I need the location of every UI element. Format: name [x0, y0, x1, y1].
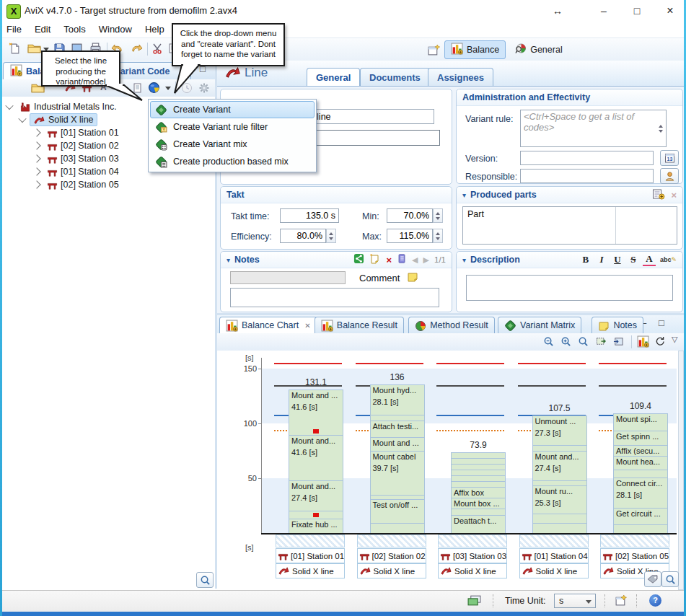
- menu-edit[interactable]: Edit: [28, 22, 57, 37]
- new-window-icon[interactable]: [615, 594, 627, 609]
- menu-tools[interactable]: Tools: [57, 22, 92, 37]
- layers-icon[interactable]: [467, 595, 481, 608]
- chart-segment[interactable]: [613, 470, 668, 478]
- chevron-collapsed-icon[interactable]: [32, 128, 40, 136]
- new-note-icon[interactable]: [369, 253, 381, 267]
- chart-zoom-button[interactable]: [661, 571, 679, 587]
- version-input[interactable]: [520, 151, 654, 165]
- max-input[interactable]: [387, 229, 433, 243]
- chart-segment[interactable]: Fixate hub ...: [289, 519, 343, 534]
- tab-balance-result[interactable]: Balance Result: [315, 317, 404, 333]
- efficiency-spinner[interactable]: [326, 229, 336, 243]
- collapse-arrow-icon[interactable]: ▾: [227, 256, 230, 264]
- redo-icon[interactable]: [130, 43, 143, 56]
- description-textarea[interactable]: [466, 275, 673, 301]
- station-label[interactable]: [02] Station 05: [600, 548, 669, 563]
- variant-rule-input[interactable]: [520, 110, 667, 147]
- minimize-button[interactable]: –: [592, 3, 616, 19]
- chart-segment[interactable]: Affix (secu...: [613, 445, 668, 457]
- menu-help[interactable]: Help: [138, 22, 171, 37]
- chart-segment[interactable]: Mount hea...: [613, 456, 668, 470]
- tab-documents[interactable]: Documents: [360, 68, 430, 87]
- chart-segment[interactable]: Get spinn ...: [613, 431, 668, 446]
- variant-rule-scroll[interactable]: [656, 110, 666, 146]
- format-underline-button[interactable]: U: [611, 254, 624, 265]
- maximize-button[interactable]: □: [625, 3, 649, 19]
- chart-segment[interactable]: [532, 523, 587, 534]
- chart-segment[interactable]: [532, 480, 587, 486]
- open-icon[interactable]: [27, 43, 41, 56]
- station-line-label[interactable]: Solid X line: [519, 563, 589, 578]
- close-button[interactable]: ×: [658, 3, 682, 19]
- chevron-collapsed-icon[interactable]: [32, 154, 40, 162]
- menu-window[interactable]: Window: [92, 22, 138, 37]
- help-button[interactable]: ?: [649, 594, 661, 607]
- chart-segment[interactable]: Mount spi...: [613, 413, 668, 431]
- vertical-scrollbar[interactable]: [678, 351, 684, 590]
- chart-segment[interactable]: Mount and ...41.6 [s]: [289, 390, 343, 436]
- tab-method-result[interactable]: Method Result: [408, 317, 495, 333]
- format-italic-button[interactable]: I: [595, 254, 608, 265]
- chevron-expanded-icon[interactable]: [18, 115, 26, 123]
- tree-item-label[interactable]: Industrial Metals Inc.: [17, 101, 120, 113]
- station-label[interactable]: [01] Station 01: [276, 548, 345, 563]
- chart-segment[interactable]: [370, 415, 425, 421]
- cut-icon[interactable]: [151, 43, 163, 56]
- station-label[interactable]: [01] Station 04: [519, 548, 589, 563]
- balance-chart-icon[interactable]: [637, 335, 649, 350]
- chart-segment[interactable]: Mount box ...: [451, 498, 506, 509]
- chart-segment[interactable]: Affix box: [451, 487, 506, 498]
- chart-segment[interactable]: Get circuit ...: [613, 508, 668, 525]
- station-line-label[interactable]: Solid X line: [357, 563, 426, 578]
- chart-segment[interactable]: [451, 481, 506, 488]
- format-font-color-button[interactable]: A: [643, 253, 656, 266]
- format-strikethrough-button[interactable]: S: [627, 254, 640, 265]
- chart-segment[interactable]: Mount and...41.6 [s]: [289, 435, 343, 481]
- zoom-fit-icon[interactable]: [543, 336, 554, 349]
- tree-item-label[interactable]: [01] Station 04: [44, 167, 122, 177]
- tree-item-label[interactable]: [03] Station 03: [44, 154, 122, 164]
- station-line-label[interactable]: Solid X line: [276, 563, 345, 578]
- chart-segment[interactable]: [451, 470, 506, 476]
- chart-segment[interactable]: [451, 509, 506, 516]
- note-title-input[interactable]: [230, 271, 346, 284]
- sticky-note-icon[interactable]: [407, 271, 418, 285]
- chart-segment[interactable]: Mount and ...: [370, 437, 425, 452]
- time-unit-select[interactable]: s: [554, 594, 596, 608]
- spellcheck-button[interactable]: abc✎: [660, 256, 677, 263]
- chart-segment[interactable]: Mount and...27.4 [s]: [289, 480, 343, 511]
- tree-item-label[interactable]: [02] Station 02: [44, 141, 122, 151]
- add-part-icon[interactable]: [651, 188, 665, 202]
- tree-item-label[interactable]: Solid X line: [30, 113, 97, 126]
- zoom-in-icon[interactable]: [560, 336, 571, 349]
- chart-segment[interactable]: [370, 523, 425, 534]
- chevron-expanded-icon[interactable]: [5, 102, 13, 110]
- chart-segment[interactable]: [289, 511, 343, 519]
- perspective-general[interactable]: General: [509, 42, 568, 58]
- context-menu-item-create-variant-rule-filter[interactable]: Create Variant rule filter: [150, 118, 315, 136]
- min-spinner[interactable]: [433, 208, 443, 223]
- chart-segment[interactable]: [532, 445, 587, 452]
- efficiency-input[interactable]: [280, 229, 326, 243]
- new-file-icon[interactable]: [9, 43, 21, 57]
- fit-view-icon[interactable]: [612, 336, 625, 349]
- perspective-balance[interactable]: Balance: [444, 40, 506, 59]
- chevron-collapsed-icon[interactable]: [32, 141, 40, 149]
- min-input[interactable]: [387, 208, 433, 223]
- variant-sphere-icon[interactable]: [148, 82, 162, 96]
- station-line-label[interactable]: Solid X line: [438, 563, 507, 578]
- chart-segment[interactable]: Mount ru...25.3 [s]: [532, 485, 587, 514]
- chart-segment[interactable]: Connect cir...28.1 [s]: [613, 478, 668, 509]
- restore-arrows-icon[interactable]: ↔: [545, 3, 570, 19]
- collapse-arrow-icon[interactable]: ▾: [462, 191, 466, 199]
- export-view-icon[interactable]: [595, 336, 607, 349]
- chart-segment[interactable]: [451, 475, 506, 482]
- refresh-icon[interactable]: [654, 336, 665, 349]
- tab-variant-matrix[interactable]: Variant Matrix: [498, 317, 581, 333]
- previous-note-icon[interactable]: ◀: [412, 255, 418, 265]
- station-label[interactable]: [03] Station 03: [438, 548, 507, 563]
- tab-balance-chart[interactable]: Balance Chart✕: [219, 317, 317, 333]
- person-button[interactable]: [660, 168, 679, 184]
- note-document-icon[interactable]: [397, 253, 407, 266]
- chart-segment[interactable]: Test on/off ...: [370, 499, 425, 524]
